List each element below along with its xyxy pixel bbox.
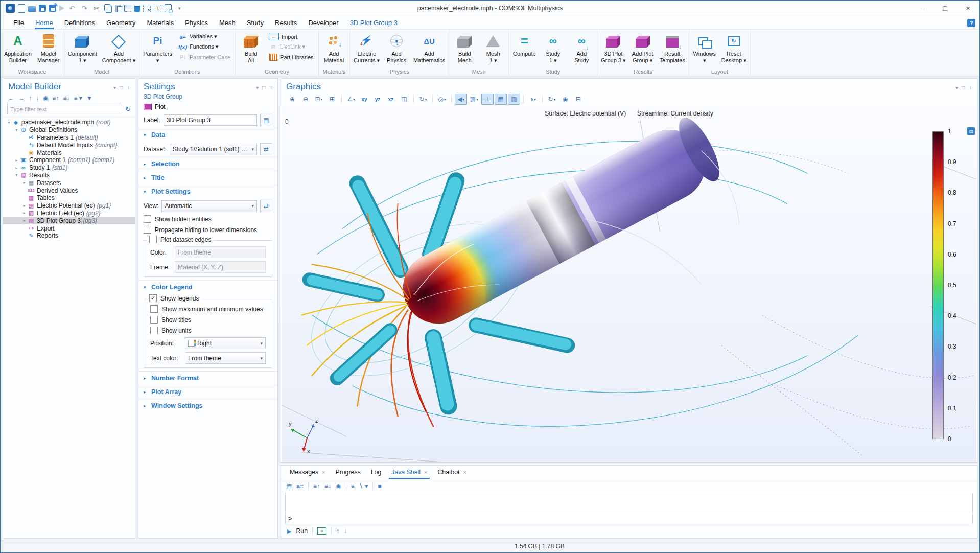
ribbon-add-component-button[interactable]: Add Component ▾	[100, 31, 138, 64]
section-window-settings[interactable]: ▸Window Settings	[138, 399, 277, 412]
shell-input-area[interactable]	[285, 493, 973, 513]
expander-icon[interactable]: ▸	[14, 158, 19, 163]
run-icon[interactable]: ▶	[287, 528, 291, 535]
menu-materials[interactable]: Materials	[141, 16, 179, 29]
zoom-box-icon[interactable]: ⊡▾	[313, 94, 325, 105]
app-menu-icon[interactable]	[6, 4, 15, 13]
show-units-checkbox[interactable]: Show units	[145, 325, 271, 336]
tree-item-3d-plot-group-3[interactable]: ▸▧3D Plot Group 3{pg3}	[3, 217, 135, 224]
ribbon-windows-button[interactable]: Windows ▾	[690, 31, 719, 64]
panel-pin-icon[interactable]: ⊤	[968, 85, 973, 90]
dropdown-caret-icon[interactable]: ▾	[353, 97, 355, 102]
nav-forward-icon[interactable]: →	[18, 95, 25, 102]
go-to-source-button[interactable]: ⇄	[260, 143, 272, 155]
panel-float-icon[interactable]: □	[962, 85, 965, 90]
tree-item-results[interactable]: ▾▤Results	[3, 172, 135, 179]
expander-icon[interactable]: ▸	[14, 166, 19, 170]
ribbon-import-button[interactable]: ←Import	[267, 32, 315, 41]
section-number-format[interactable]: ▸Number Format	[138, 371, 277, 385]
stop-icon[interactable]: ■	[378, 482, 381, 490]
zoom-extents-icon[interactable]: ⊞	[326, 94, 338, 105]
ribbon-component-button[interactable]: Component 1 ▾	[65, 31, 100, 64]
ribbon-app-builder-button[interactable]: AApplication Builder	[2, 31, 34, 64]
delete-icon[interactable]	[134, 6, 140, 12]
ribbon-add-plot-group-button[interactable]: Add Plot Group ▾	[628, 31, 657, 64]
redo-icon[interactable]	[80, 4, 89, 13]
collapse-all-icon[interactable]: ≡↓	[63, 95, 70, 102]
refresh-icon[interactable]: ↻	[125, 105, 131, 113]
rename-button[interactable]: ▤	[260, 114, 272, 126]
menu-developer[interactable]: Developer	[302, 16, 344, 29]
plot-button[interactable]: Plot	[155, 103, 166, 110]
ribbon-build-all-button[interactable]: Build All	[237, 31, 265, 64]
show-output-icon[interactable]: ≡	[317, 527, 326, 535]
help-icon[interactable]: ?	[967, 19, 975, 27]
snapshot-icon[interactable]: ◉	[559, 94, 571, 105]
open-file-icon[interactable]	[28, 6, 36, 12]
color-theme-icon[interactable]: ◑▾	[527, 94, 539, 105]
run-button[interactable]: Run	[296, 527, 308, 535]
expander-icon[interactable]: ▸	[21, 203, 27, 208]
save-as-icon[interactable]	[49, 5, 56, 12]
scene-light-icon[interactable]: ◫	[398, 94, 410, 105]
ribbon-electric-currents-button[interactable]: Electric Currents ▾	[351, 31, 382, 64]
clear-selection-icon[interactable]	[154, 5, 161, 12]
rotate-icon[interactable]: ↻▾	[417, 94, 429, 105]
ribbon-livelink-button[interactable]: ⇄LiveLink ▾	[267, 42, 315, 51]
tab-close-icon[interactable]: ×	[424, 469, 427, 475]
section-title[interactable]: ▸Title	[138, 171, 277, 185]
section-data[interactable]: ▾Data	[138, 128, 277, 142]
ribbon-functions-button[interactable]: f(x)Functions ▾	[177, 42, 232, 51]
panel-menu-icon[interactable]: ▾	[955, 85, 958, 90]
tree-item-electric-field-ec-[interactable]: ▸▧Electric Field (ec){pg2}	[3, 210, 135, 217]
update-icon[interactable]: ↻▾	[546, 94, 558, 105]
dropdown-caret-icon[interactable]: ▾	[425, 97, 427, 102]
ribbon-mesh-1-button[interactable]: Mesh 1 ▾	[479, 31, 507, 64]
ribbon-add-mathematics-button[interactable]: ΔUAdd Mathematics	[411, 31, 448, 64]
history-previous-icon[interactable]: ↑	[336, 527, 339, 535]
filter-input[interactable]	[7, 104, 122, 114]
zoom-out-icon[interactable]: ⊖	[299, 94, 312, 105]
view-yz-icon[interactable]: yz	[371, 94, 384, 105]
expand-all-icon[interactable]: ≡↑	[52, 95, 59, 102]
tree-item-parameters-1[interactable]: PiParameters 1{default}	[3, 134, 135, 142]
copy-icon[interactable]	[104, 4, 110, 11]
menu-3d-plot-group-3[interactable]: 3D Plot Group 3	[344, 16, 403, 29]
insert-template-icon[interactable]: ▤	[286, 482, 292, 490]
tab-java-shell[interactable]: Java Shell×	[387, 466, 432, 479]
tab-close-icon[interactable]: ×	[463, 469, 466, 475]
tree-item-materials[interactable]: ◉Materials	[3, 149, 135, 156]
expander-icon[interactable]: ▸	[21, 218, 27, 223]
tree-item-datasets[interactable]: ▸▦Datasets	[3, 179, 135, 187]
expander-icon[interactable]: ▸	[21, 180, 27, 185]
menu-study[interactable]: Study	[241, 16, 269, 29]
ribbon-study-1-button[interactable]: ∞Study 1 ▾	[539, 31, 567, 64]
tree-item-export[interactable]: ↦Export	[3, 224, 135, 232]
transparency-icon[interactable]: ◎▾	[436, 94, 448, 105]
dropdown-caret-icon[interactable]: ▾	[321, 97, 323, 102]
duplicate-icon[interactable]	[124, 5, 131, 12]
section-plot-settings[interactable]: ▾Plot Settings	[138, 185, 277, 198]
word-wrap-icon[interactable]: ≡	[351, 482, 355, 490]
tree-item-global-definitions[interactable]: ▾⊕Global Definitions	[3, 126, 135, 134]
paste-icon[interactable]	[115, 5, 121, 12]
section-selection[interactable]: ▸Selection	[138, 157, 277, 171]
select-box-icon[interactable]	[143, 5, 151, 12]
undo-icon[interactable]	[67, 4, 77, 13]
label-input[interactable]	[164, 114, 257, 126]
projection-icon[interactable]: ▧▾	[468, 94, 480, 105]
show-icon[interactable]: ◉	[43, 95, 48, 102]
panel-menu-icon[interactable]: ▾	[256, 85, 259, 90]
panel-float-icon[interactable]: □	[120, 85, 123, 90]
plot-dataset-edges-checkbox[interactable]: Plot dataset edges	[147, 236, 213, 243]
dropdown-caret-icon[interactable]: ▾	[476, 97, 478, 102]
customize-icon[interactable]	[175, 4, 184, 13]
dropdown-caret-icon[interactable]: ▾	[534, 97, 536, 102]
ribbon-compute-button[interactable]: =Compute	[510, 31, 539, 58]
nav-back-icon[interactable]: ←	[8, 95, 14, 102]
dataset-select[interactable]: Study 1/Solution 1 (sol1) {dset1}▾	[170, 144, 257, 155]
expand-all-icon[interactable]: ≡↑	[313, 482, 320, 490]
tab-log[interactable]: Log	[366, 466, 386, 479]
dropdown-caret-icon[interactable]: ▾	[554, 97, 556, 102]
ribbon-parameters-button[interactable]: PiParameters ▾	[141, 31, 175, 64]
